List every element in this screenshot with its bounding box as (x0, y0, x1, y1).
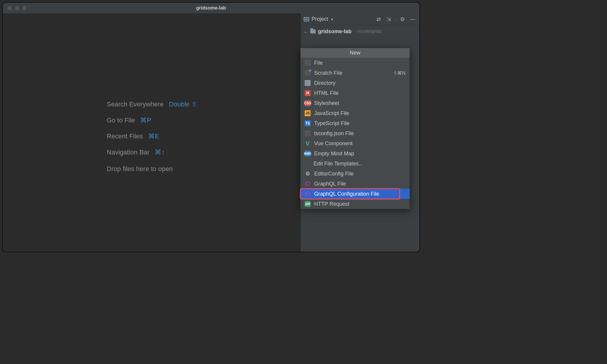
hint-recent-files: Recent Files ⌘E (107, 132, 197, 140)
menu-item-templates[interactable]: Edit File Templates... (301, 159, 410, 169)
menu-item-label: Vue Component (314, 141, 352, 147)
vue-icon: V (305, 141, 311, 146)
dir-icon (305, 80, 311, 86)
menu-item-vue[interactable]: VVue Component (301, 138, 410, 149)
menu-item-label: File (314, 60, 323, 66)
hint-label: Go to File (107, 116, 135, 124)
api-icon: API (305, 201, 311, 207)
menu-item-label: Edit File Templates... (314, 161, 363, 167)
hide-toolwindow-icon[interactable]: — (409, 15, 416, 23)
mmd-icon: MMD (305, 151, 311, 157)
menu-item-mindmap[interactable]: MMDEmpty Mind Map (301, 149, 410, 159)
hint-shortcut: ⌘P (140, 116, 151, 124)
menu-item-graphqlcfg[interactable]: ⬡GraphQL Configuration File (301, 189, 410, 199)
window-body: Search Everywhere Double ⇧ Go to File ⌘P… (3, 13, 419, 252)
menu-item-scratch[interactable]: Scratch File⇧⌘N (301, 68, 410, 78)
menu-item-label: Directory (314, 80, 336, 86)
window-title: gridsome-lab (3, 5, 419, 11)
menu-item-label: Stylesheet (314, 100, 339, 106)
menu-item-ts[interactable]: TSTypeScript File (301, 118, 410, 128)
collapse-all-icon[interactable]: ⇲ (385, 15, 393, 23)
menu-item-label: JavaScript File (314, 110, 349, 116)
chevron-down-icon[interactable]: ⌄ (304, 29, 308, 34)
menu-item-html[interactable]: HHTML File (301, 88, 410, 98)
js-icon: JS (305, 110, 311, 116)
css-icon: CSS (305, 100, 311, 106)
menu-item-label: Scratch File (314, 70, 342, 76)
tree-root-row[interactable]: ⌄ gridsome-lab ~/code/grids (304, 27, 419, 36)
menu-item-tsconfig[interactable]: tsconfig.json File (301, 128, 410, 138)
menu-item-directory[interactable]: Directory (301, 78, 410, 88)
hint-label: Recent Files (107, 132, 143, 140)
project-view-icon (304, 17, 309, 21)
chevron-down-icon[interactable]: ▾ (331, 17, 333, 22)
file-icon (305, 60, 311, 66)
hint-goto-file: Go to File ⌘P (107, 116, 197, 124)
scratch-icon (305, 70, 311, 76)
hint-search-everywhere: Search Everywhere Double ⇧ (107, 100, 197, 108)
menu-item-http[interactable]: APIHTTP Request (301, 199, 410, 209)
context-menu-header: New (301, 48, 410, 58)
hint-navigation-bar: Navigation Bar ⌘↑ (107, 149, 197, 156)
tscfg-icon (305, 130, 311, 136)
toolwindow-header: Project ▾ ⇄ ⇲ | ⚙ — (301, 13, 419, 25)
hint-shortcut: Double ⇧ (169, 100, 197, 108)
project-tree[interactable]: ⌄ gridsome-lab ~/code/grids (301, 25, 419, 36)
ts-icon: TS (305, 120, 311, 126)
menu-item-label: GraphQL Configuration File (314, 191, 379, 197)
hint-label: Search Everywhere (107, 100, 164, 108)
hint-shortcut: ⌘E (148, 132, 159, 140)
editor-empty-state: Search Everywhere Double ⇧ Go to File ⌘P… (3, 13, 301, 252)
tree-root-path: ~/code/grids (356, 29, 382, 34)
menu-item-label: Empty Mind Map (314, 151, 354, 157)
menu-item-file[interactable]: File (301, 58, 410, 68)
menu-item-editorconfig[interactable]: ⚙EditorConfig File (301, 169, 410, 179)
new-context-menu: New FileScratch File⇧⌘NDirectoryHHTML Fi… (300, 48, 410, 209)
menu-item-label: HTTP Request (314, 201, 349, 207)
hint-shortcut: ⌘↑ (155, 149, 164, 156)
folder-icon (310, 29, 316, 33)
hint-drop-files: Drop files here to open (107, 165, 197, 173)
menu-item-js[interactable]: JSJavaScript File (301, 108, 410, 118)
editor-hints: Search Everywhere Double ⇧ Go to File ⌘P… (107, 92, 197, 173)
menu-item-css[interactable]: CSSStylesheet (301, 98, 410, 108)
menu-item-label: tsconfig.json File (314, 130, 354, 137)
titlebar: gridsome-lab (3, 3, 419, 13)
menu-item-label: TypeScript File (314, 120, 349, 127)
html-icon: H (305, 90, 311, 96)
toolwindow-title[interactable]: Project (312, 16, 328, 22)
menu-item-label: GraphQL File (314, 181, 346, 187)
ide-window: gridsome-lab Search Everywhere Double ⇧ … (2, 2, 420, 252)
menu-item-label: EditorConfig File (314, 171, 354, 177)
select-opened-file-icon[interactable]: ⇄ (375, 15, 383, 23)
tree-root-name: gridsome-lab (318, 28, 352, 35)
menu-item-shortcut: ⇧⌘N (393, 70, 405, 76)
gql-icon: ⬡ (305, 191, 311, 197)
menu-item-graphql[interactable]: ⬡GraphQL File (301, 179, 410, 189)
menu-item-label: HTML File (314, 90, 338, 96)
hint-label: Navigation Bar (107, 149, 149, 156)
gql-icon: ⬡ (305, 181, 311, 187)
settings-gear-icon[interactable]: ⚙ (399, 15, 406, 23)
gear-icon: ⚙ (305, 171, 311, 177)
